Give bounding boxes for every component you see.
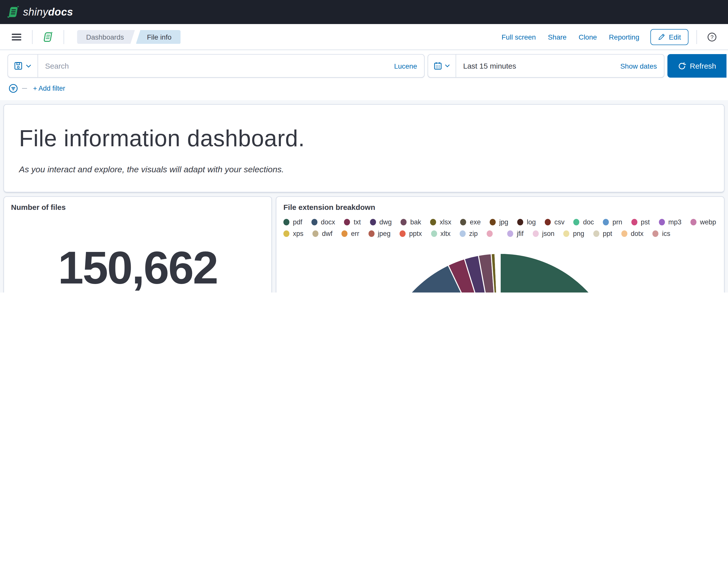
hero-panel: File information dashboard. As you inter…	[3, 104, 725, 192]
legend-item-png[interactable]: png	[564, 230, 584, 237]
legend-item-bak[interactable]: bak	[401, 219, 421, 226]
legend-dot	[603, 219, 609, 225]
help-icon: ?	[707, 32, 717, 42]
legend-item-exe[interactable]: exe	[460, 219, 481, 226]
query-language-button[interactable]: Lucene	[387, 62, 424, 70]
legend-item-dotx[interactable]: dotx	[621, 230, 643, 237]
legend-label: err	[351, 230, 359, 237]
legend-item-xlsx[interactable]: xlsx	[430, 219, 451, 226]
legend-item-txt[interactable]: txt	[344, 219, 361, 226]
search-input[interactable]	[38, 61, 387, 70]
filter-dash	[22, 88, 27, 88]
legend-dot	[545, 219, 551, 225]
legend-dot	[311, 219, 317, 225]
legend-item-dwg[interactable]: dwg	[370, 219, 392, 226]
date-quick-menu-button[interactable]	[428, 55, 456, 77]
legend-item-xltx[interactable]: xltx	[431, 230, 451, 237]
legend-item-docx[interactable]: docx	[311, 219, 335, 226]
legend-item-jpeg[interactable]: jpeg	[368, 230, 391, 237]
legend-label: xlsx	[440, 219, 451, 226]
breadcrumb: DashboardsFile info	[77, 30, 181, 44]
legend-dot	[370, 219, 376, 225]
legend-label: dwf	[322, 230, 333, 237]
legend-item-doc[interactable]: doc	[574, 219, 594, 226]
legend-item-ppt[interactable]: ppt	[593, 230, 612, 237]
legend-label: webp	[700, 219, 716, 226]
saved-query-menu-button[interactable]	[8, 55, 38, 77]
shinydocs-logo[interactable]: shinydocs	[7, 5, 73, 19]
legend-dot	[399, 230, 406, 237]
navbar: DashboardsFile info Full screenShareClon…	[0, 24, 728, 50]
menu-button[interactable]	[7, 27, 26, 46]
legend-label: dotx	[631, 230, 643, 237]
legend-item-pptx[interactable]: pptx	[399, 230, 422, 237]
legend-dot	[517, 219, 523, 225]
legend-label: exe	[470, 219, 481, 226]
legend-dot	[574, 219, 579, 225]
filter-icon	[8, 84, 18, 93]
legend-item-log[interactable]: log	[517, 219, 536, 226]
legend-item-pst[interactable]: pst	[631, 219, 650, 226]
legend-dot	[507, 230, 513, 237]
legend-label: dwg	[379, 219, 392, 226]
chevron-down-icon	[445, 63, 450, 69]
legend-item-dwf[interactable]: dwf	[312, 230, 333, 237]
panel-title: File extension breakdown	[277, 197, 724, 211]
legend-label: csv	[554, 219, 565, 226]
legend-label: doc	[583, 219, 594, 226]
legend-dot	[283, 219, 289, 225]
legend-dot	[532, 230, 539, 237]
legend-item-jpg[interactable]: jpg	[490, 219, 508, 226]
legend-label: jpeg	[378, 230, 391, 237]
legend-label: txt	[354, 219, 361, 226]
pie-chart[interactable]	[377, 251, 623, 292]
legend-item-pdf[interactable]: pdf	[283, 219, 303, 226]
nav-link-full-screen[interactable]: Full screen	[496, 30, 542, 44]
legend-dot	[659, 219, 665, 225]
pencil-icon	[658, 33, 666, 41]
nav-link-clone[interactable]: Clone	[573, 30, 603, 44]
brand-wordmark: shinydocs	[23, 6, 73, 18]
legend-label: xps	[293, 230, 304, 237]
dashboard-content: File information dashboard. As you inter…	[0, 100, 728, 292]
pie-legend: pdfdocxtxtdwgbakxlsxexejpglogcsvdocprnps…	[277, 211, 724, 241]
legend-item-csv[interactable]: csv	[545, 219, 565, 226]
legend-item-jfif[interactable]: jfif	[507, 230, 523, 237]
query-bar: Lucene Last 15 minutes Show dates Re	[0, 50, 728, 82]
hamburger-icon	[11, 31, 22, 42]
save-icon	[14, 61, 23, 70]
file-extension-breakdown-panel: File extension breakdown pdfdocxtxtdwgba…	[276, 196, 725, 292]
legend-item-ics[interactable]: ics	[652, 230, 670, 237]
legend-dot	[368, 230, 374, 237]
legend-item-prn[interactable]: prn	[603, 219, 622, 226]
number-of-files-value: 150,662	[4, 245, 271, 290]
legend-item-mp3[interactable]: mp3	[659, 219, 682, 226]
legend-item-xps[interactable]: xps	[283, 230, 304, 237]
home-logo-button[interactable]	[38, 27, 58, 46]
legend-label: prn	[612, 219, 622, 226]
legend-item-blank[interactable]	[487, 230, 498, 237]
number-of-files-panel: Number of files 150,662 Files	[3, 196, 272, 292]
top-brand-bar: shinydocs	[0, 0, 728, 24]
legend-dot	[593, 230, 599, 237]
breadcrumb-item-file-info[interactable]: File info	[136, 30, 181, 44]
nav-link-reporting[interactable]: Reporting	[603, 30, 645, 44]
legend-dot	[312, 230, 318, 237]
legend-label: xltx	[440, 230, 451, 237]
breadcrumb-item-dashboards[interactable]: Dashboards	[77, 30, 135, 44]
time-range-value[interactable]: Last 15 minutes	[456, 61, 613, 70]
filter-menu-button[interactable]	[7, 83, 19, 94]
show-dates-button[interactable]: Show dates	[613, 62, 664, 70]
edit-button[interactable]: Edit	[650, 29, 688, 45]
legend-item-webp[interactable]: webp	[691, 219, 716, 226]
refresh-button[interactable]: Refresh	[668, 54, 727, 78]
legend-label: json	[542, 230, 554, 237]
legend-item-err[interactable]: err	[341, 230, 359, 237]
legend-label: mp3	[669, 219, 682, 226]
legend-label: pptx	[409, 230, 422, 237]
legend-item-json[interactable]: json	[532, 230, 554, 237]
legend-item-zip[interactable]: zip	[460, 230, 478, 237]
nav-link-share[interactable]: Share	[542, 30, 573, 44]
help-button[interactable]: ?	[703, 28, 721, 46]
add-filter-button[interactable]: + Add filter	[30, 83, 68, 94]
